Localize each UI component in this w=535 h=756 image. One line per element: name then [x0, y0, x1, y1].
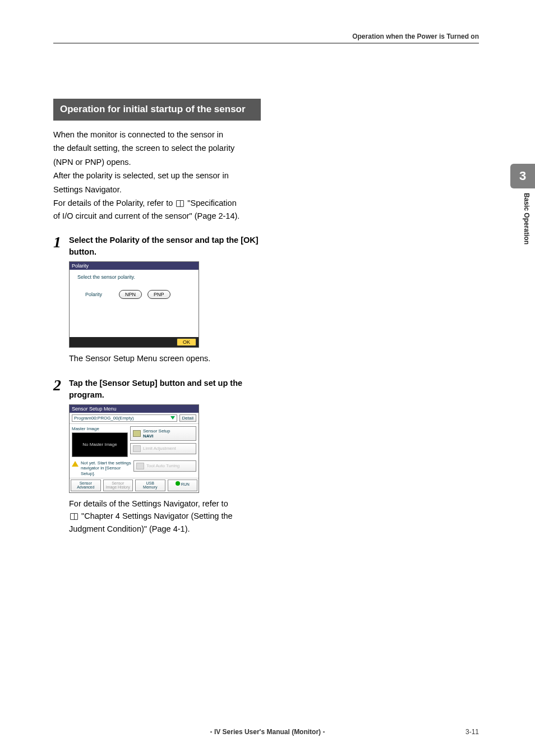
tool-auto-tuning-button[interactable]: Tool Auto Tuning [133, 460, 196, 472]
ok-button[interactable]: OK [177, 338, 196, 346]
npn-button[interactable]: NPN [119, 290, 142, 299]
warning-icon [72, 461, 79, 467]
sensor-setup-button[interactable]: Sensor Setup NAVI [130, 426, 196, 441]
warning-text: Not yet. Start the settings navigator in… [81, 460, 131, 477]
limit-label: Limit Adjustment [143, 446, 176, 451]
tab-line: Memory [137, 485, 164, 490]
intro-line: the default setting, the screen to selec… [53, 142, 261, 154]
step-instruction: Select the Polarity of the sensor and ta… [69, 234, 261, 258]
step-result: "Chapter 4 Settings Navigator (Setting t… [69, 510, 261, 522]
screenshot-text: Select the sensor polarity. [77, 274, 194, 280]
intro-text: "Specification [185, 199, 236, 208]
tab-line: Sensor [72, 481, 99, 486]
result-text: "Chapter 4 Settings Navigator (Setting t… [79, 511, 233, 520]
pnp-button[interactable]: PNP [147, 290, 170, 299]
intro-text: For details of the Polarity, refer to [53, 199, 175, 208]
book-icon [176, 200, 184, 207]
sensor-setup-label: Sensor Setup [143, 428, 170, 434]
intro-line: Settings Navigator. [53, 183, 261, 196]
sensor-setup-screenshot: Sensor Setup Menu Program00:PROG_00(Empt… [69, 404, 199, 493]
book-icon [70, 513, 78, 520]
running-header: Operation when the Power is Turned on [352, 33, 479, 40]
navi-icon [133, 430, 141, 437]
intro-line: (NPN or PNP) opens. [53, 156, 261, 168]
chevron-down-icon [170, 416, 175, 420]
tab-line: Sensor [105, 481, 132, 486]
step: 2 Tap the [Sensor Setup] button and set … [53, 377, 261, 401]
run-icon [176, 481, 180, 486]
intro-line: For details of the Polarity, refer to "S… [53, 197, 261, 209]
program-value: Program00:PROG_00(Empty) [74, 416, 134, 421]
master-image-thumb: No Master Image [72, 432, 128, 457]
chapter-tab: 3 [510, 164, 535, 188]
tab-line: Image History [105, 485, 132, 490]
chapter-label: Basic Operation [523, 193, 531, 245]
step-number: 2 [53, 377, 69, 401]
polarity-label: Polarity [85, 292, 113, 297]
section-title: Operation for initial startup of the sen… [53, 99, 261, 121]
footer-center: - IV Series User's Manual (Monitor) - [0, 728, 535, 736]
header-rule [53, 43, 479, 44]
step-result: For details of the Settings Navigator, r… [69, 497, 261, 510]
step-number: 1 [53, 234, 69, 258]
program-dropdown[interactable]: Program00:PROG_00(Empty) [72, 414, 177, 422]
master-image-label: Master Image [72, 426, 128, 431]
tab-line: RUN [181, 482, 190, 486]
navi-label: NAVI [143, 434, 170, 439]
detail-button[interactable]: Detail [179, 414, 196, 422]
screenshot-title: Sensor Setup Menu [70, 405, 199, 413]
result-text: For details of the Settings Navigator, r… [69, 499, 228, 508]
step-instruction: Tap the [Sensor Setup] button and set up… [69, 377, 261, 401]
run-tab[interactable]: RUN [168, 480, 198, 491]
screenshot-title: Polarity [70, 262, 199, 270]
sensor-advanced-tab[interactable]: Sensor Advanced [71, 480, 101, 491]
intro-line: When the monitor is connected to the sen… [53, 128, 261, 141]
usb-memory-tab[interactable]: USB Memory [135, 480, 165, 491]
step-result: The Sensor Setup Menu screen opens. [69, 352, 261, 365]
gear-icon [136, 463, 144, 469]
polarity-screenshot: Polarity Select the sensor polarity. Pol… [69, 261, 199, 348]
intro-line: After the polarity is selected, set up t… [53, 169, 261, 182]
tab-line: USB [137, 481, 164, 486]
image-history-tab[interactable]: Sensor Image History [103, 480, 133, 491]
step-result: Judgment Condition)" (Page 4-1). [69, 523, 261, 535]
limit-adjustment-button[interactable]: Limit Adjustment [130, 443, 196, 454]
tuning-label: Tool Auto Tuning [146, 463, 179, 468]
slider-icon [133, 445, 141, 452]
tab-line: Advanced [72, 485, 99, 490]
step: 1 Select the Polarity of the sensor and … [53, 234, 261, 258]
intro-line: of I/O circuit and current of the sensor… [53, 210, 261, 222]
